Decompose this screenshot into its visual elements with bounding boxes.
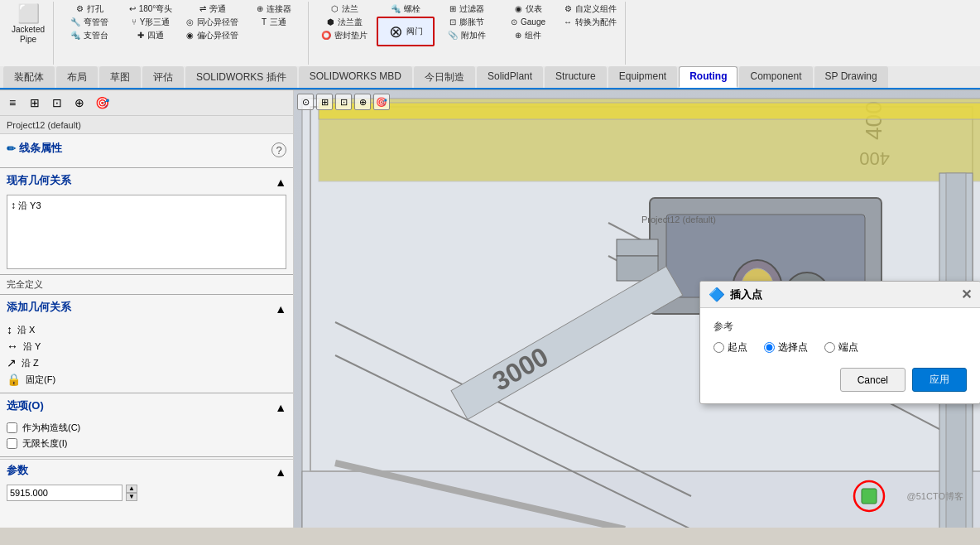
tab-component[interactable]: Component (739, 66, 812, 88)
expander-btn[interactable]: ⊡ 膨胀节 (438, 17, 496, 28)
construction-line-item: 作为构造线(C) (7, 420, 286, 436)
svg-rect-18 (617, 239, 658, 256)
radio-select[interactable]: 选择点 (764, 340, 808, 354)
fixed-item[interactable]: 🔒 固定(F) (7, 371, 286, 388)
drill-btn[interactable]: ⚙ 打孔 (60, 3, 118, 15)
radio-end[interactable]: 端点 (824, 340, 858, 354)
along-z-item[interactable]: ↗ 沿 Z (7, 354, 286, 371)
filter-icon: ⊞ (449, 4, 456, 14)
ribbon: ⬜ Jacketed Pipe ⚙ 打孔 🔧 弯管管 (0, 0, 980, 90)
dialog-close-btn[interactable]: ✕ (961, 287, 972, 302)
valve-btn[interactable]: ⊗ 阀门 (377, 17, 435, 46)
help-icon[interactable]: ? (271, 142, 286, 157)
bolt-icon: 🔩 (391, 4, 401, 14)
collapse-btn-3[interactable]: ▲ (275, 401, 286, 414)
panel-btn-5[interactable]: 🎯 (92, 93, 112, 113)
gauge-btn[interactable]: ◉ 仪表 (499, 3, 557, 15)
panel-btn-1[interactable]: ≡ (2, 93, 22, 113)
bypass-icon: ⇌ (199, 4, 206, 14)
view-btn-3[interactable]: ⊡ (335, 94, 352, 110)
along-x-item[interactable]: ↕ 沿 X (7, 321, 286, 338)
panel-btn-3[interactable]: ⊡ (47, 93, 67, 113)
tab-layout[interactable]: 布局 (56, 66, 98, 88)
filter-label: 过滤器 (459, 4, 484, 14)
tab-sketch[interactable]: 草图 (99, 66, 141, 88)
params-down-arrow[interactable]: ▼ (126, 493, 137, 501)
support-btn[interactable]: 🔩 支管台 (60, 30, 118, 41)
radio-end-input[interactable] (824, 342, 835, 353)
cancel-button[interactable]: Cancel (840, 368, 906, 392)
bypass-btn[interactable]: ⇌ 旁通 (183, 3, 242, 15)
filter-btn[interactable]: ⊞ 过滤器 (438, 3, 496, 15)
options-section: 选项(O) ▲ 作为构造线(C) 无限长度(I) (0, 395, 293, 455)
bolt-btn[interactable]: 🔩 螺栓 (377, 3, 435, 15)
flange-label: 法兰 (342, 4, 358, 14)
view-btn-4[interactable]: ⊕ (354, 94, 371, 110)
expander-label: 膨胀节 (459, 17, 484, 27)
bolt-label: 螺栓 (404, 4, 420, 14)
connector-btn[interactable]: ⊕ 连接器 (245, 3, 303, 15)
tab-sp-drawing[interactable]: SP Drawing (814, 66, 888, 88)
along-y-item[interactable]: ↔ 沿 Y (7, 338, 286, 354)
yform-label: Y形三通 (140, 17, 171, 27)
radio-start[interactable]: 起点 (713, 340, 747, 354)
flange-btn[interactable]: ⬡ 法兰 (315, 3, 373, 15)
bend180-btn[interactable]: ↩ 180°弯头 (122, 3, 180, 15)
jacketed-pipe-btn[interactable]: ⬜ Jacketed Pipe (8, 3, 48, 46)
collapse-btn-4[interactable]: ▲ (275, 465, 286, 479)
watermark: @51CTO博客 (907, 490, 963, 503)
tab-evaluate[interactable]: 评估 (142, 66, 184, 88)
collapse-btn-2[interactable]: ▲ (275, 302, 286, 316)
seal-btn[interactable]: ⭕ 密封垫片 (315, 30, 373, 41)
ribbon-toolbar: ⬜ Jacketed Pipe ⚙ 打孔 🔧 弯管管 (0, 0, 980, 66)
pipe-btn[interactable]: 🔧 弯管管 (60, 17, 118, 28)
view-btn-2[interactable]: ⊞ (316, 94, 333, 110)
relation-item-1: ↕ 沿 Y3 (11, 199, 282, 213)
convert-btn[interactable]: ↔ 转换为配件 (560, 17, 620, 28)
add-relations-label: 添加几何关系 (7, 300, 71, 315)
tab-sw-mbd[interactable]: SOLIDWORKS MBD (299, 66, 412, 88)
flange-cover-btn[interactable]: ⬢ 法兰盖 (315, 17, 373, 28)
construction-line-checkbox[interactable] (7, 422, 17, 433)
fixed-icon: 🔒 (7, 373, 21, 386)
view-btn-1[interactable]: ⊙ (297, 94, 314, 110)
svg-rect-11 (319, 103, 980, 119)
params-up-arrow[interactable]: ▲ (126, 485, 137, 493)
params-input[interactable] (7, 485, 122, 501)
radio-select-input[interactable] (764, 342, 775, 353)
tab-fit[interactable]: 装配体 (3, 66, 55, 88)
connector-label: 连接器 (267, 4, 291, 14)
line-props-section: ✏ 线条属性 ? (0, 134, 293, 166)
collapse-btn-1[interactable]: ▲ (275, 176, 286, 189)
tab-equipment[interactable]: Equipment (608, 66, 677, 88)
concentric-icon: ◎ (186, 17, 194, 27)
tab-structure[interactable]: Structure (545, 66, 607, 88)
tab-today[interactable]: 今日制造 (414, 66, 475, 88)
dialog-window: 🔷 插入点 ✕ 参考 起点 选择点 (699, 281, 980, 404)
concentric-btn[interactable]: ◎ 同心异径管 (183, 17, 242, 28)
dialog-title-icon: 🔷 (709, 287, 725, 302)
tab-sw-plugins[interactable]: SOLIDWORKS 插件 (185, 66, 297, 88)
apply-button[interactable]: 应用 (912, 368, 967, 392)
eccentric-btn[interactable]: ◉ 偏心异径管 (183, 30, 242, 41)
params-label: 参数 (7, 463, 28, 478)
support-icon: 🔩 (70, 31, 80, 41)
three-btn[interactable]: T 三通 (245, 17, 303, 28)
drill-icon: ⚙ (76, 4, 84, 14)
tab-routing[interactable]: Routing (679, 66, 737, 88)
assembly-btn[interactable]: ⊕ 组件 (499, 30, 557, 41)
infinite-length-checkbox[interactable] (7, 438, 17, 449)
radio-start-input[interactable] (713, 342, 724, 353)
view-btn-5[interactable]: 🎯 (373, 94, 390, 110)
custom-btn[interactable]: ⚙ 自定义组件 (560, 3, 620, 15)
gauge2-btn[interactable]: ⊙ Gauge (499, 17, 557, 28)
four-btn[interactable]: ✚ 四通 (122, 30, 180, 41)
yform-btn[interactable]: ⑂ Y形三通 (122, 17, 180, 28)
bypass-label: 旁通 (209, 4, 226, 14)
panel-btn-4[interactable]: ⊕ (70, 93, 89, 113)
panel-btn-2[interactable]: ⊞ (25, 93, 45, 113)
params-title: 参数 (7, 463, 28, 478)
params-section: 参数 ▲ ▲ ▼ (0, 459, 293, 504)
attachment-btn[interactable]: 📎 附加件 (438, 30, 496, 41)
tab-solidplant[interactable]: SolidPlant (477, 66, 543, 88)
